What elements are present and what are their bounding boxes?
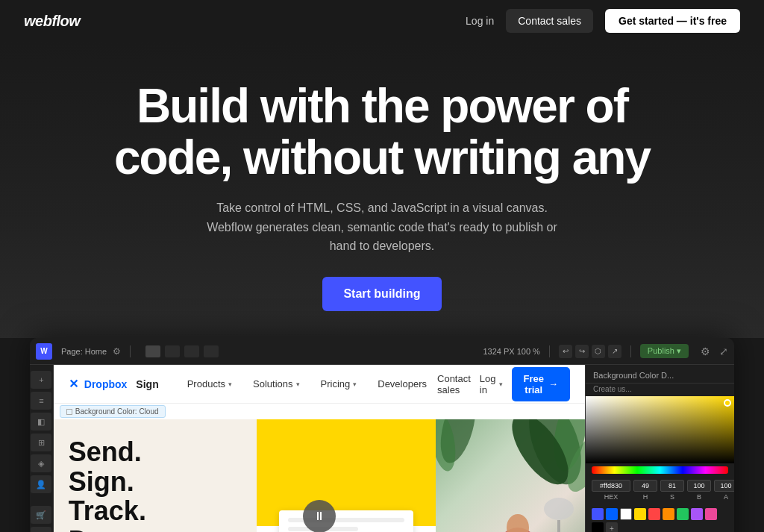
hero-section: Build with the power of code, without wr… — [0, 42, 764, 338]
form-line-2 — [288, 527, 358, 531]
color-swatches: + — [586, 504, 734, 532]
contact-sales-button[interactable]: Contact sales — [506, 9, 593, 33]
integrations-icon[interactable]: ⚙ — [31, 527, 51, 532]
color-swatch-1[interactable] — [606, 508, 618, 520]
free-trial-button[interactable]: Free trial → — [512, 367, 570, 401]
settings-icon[interactable]: ⚙ — [701, 345, 710, 357]
login-chevron: ▾ — [499, 381, 503, 388]
tablet-icon[interactable] — [165, 345, 180, 357]
inner-navbar: ✕ Dropbox Sign Products ▾ Solutions ▾ — [54, 365, 585, 404]
nav-right: Log in Contact sales Get started — it's … — [466, 9, 740, 33]
get-started-button[interactable]: Get started — it's free — [605, 9, 740, 33]
photo-background — [436, 419, 585, 532]
site-content-area: Send. Sign. Track. Done. Start your 30-d… — [54, 419, 585, 532]
site-headline: Send. Sign. Track. Done. — [69, 437, 242, 532]
s-input[interactable]: 81 — [660, 480, 684, 492]
browser-frame: W Page: Home ⚙ 1324 PX 100 % ↩ ↪ ⬡ ↗ Pub… — [30, 338, 734, 532]
dropbox-x-icon: ✕ — [69, 377, 78, 391]
inner-nav-products[interactable]: Products ▾ — [177, 365, 242, 404]
login-link[interactable]: Log in — [466, 15, 494, 27]
color-swatch-0[interactable] — [592, 508, 604, 520]
toolbar-separator3 — [630, 345, 631, 357]
redo-button[interactable]: ↪ — [575, 345, 589, 358]
color-cursor[interactable] — [724, 399, 731, 407]
wf-logo-icon: W — [36, 343, 52, 360]
h-input-group: 49 H — [633, 480, 657, 501]
hero-subtitle: Take control of HTML, CSS, and JavaScrip… — [203, 198, 561, 256]
signature-form: Kimberly Williams Submit — [279, 510, 413, 532]
ecommerce-icon[interactable]: ◈ — [31, 454, 51, 472]
color-swatch-7[interactable] — [691, 508, 703, 520]
mid-panel: Kimberly Williams Submit — [257, 419, 436, 532]
h-input[interactable]: 49 — [633, 480, 657, 492]
wf-left-panel: + ≡ ◧ ⊞ ◈ 👤 🛒 ⚙ ● ⌨ 〜 — [30, 365, 54, 532]
hex-input[interactable]: #ffd830 — [592, 480, 630, 492]
color-swatch-3[interactable] — [634, 508, 646, 520]
color-swatch-8[interactable] — [705, 508, 717, 520]
undo-redo-group: ↩ ↪ ⬡ ↗ — [559, 345, 621, 358]
inner-nav-items: Products ▾ Solutions ▾ Pricing ▾ Devel — [177, 365, 437, 404]
wf-color-sidebar: Background Color D... Create us... #ffd8… — [585, 365, 734, 532]
webflow-logo: webflow — [24, 13, 80, 30]
a-input-group: 100 A — [714, 480, 734, 501]
color-swatch-5[interactable] — [663, 508, 674, 520]
a-input[interactable]: 100 — [714, 480, 734, 492]
users-icon[interactable]: 👤 — [31, 475, 51, 493]
color-swatch-2[interactable] — [620, 508, 632, 520]
main-canvas: + ≡ ◧ ⊞ ◈ 👤 🛒 ⚙ ● ⌨ 〜 ✕ Dropbox — [30, 365, 734, 532]
dropbox-sign-logo: ✕ Dropbox Sign — [69, 377, 159, 391]
inner-nav-pricing[interactable]: Pricing ▾ — [310, 365, 368, 404]
assets-icon[interactable]: ◧ — [31, 413, 51, 431]
add-element-icon[interactable]: + — [31, 371, 51, 389]
create-label: Create us... — [586, 384, 734, 396]
page-label: Page: Home — [61, 347, 107, 356]
browser-content: + ≡ ◧ ⊞ ◈ 👤 🛒 ⚙ ● ⌨ 〜 ✕ Dropbox — [30, 365, 734, 532]
svg-point-7 — [507, 514, 529, 532]
inner-nav-developers[interactable]: Developers — [367, 365, 437, 404]
pricing-chevron: ▾ — [353, 381, 357, 388]
toolbar-separator2 — [549, 345, 550, 357]
photo-panel — [436, 419, 585, 532]
undo-button[interactable]: ↩ — [559, 345, 572, 358]
color-inputs-row: #ffd830 HEX 49 H 81 S 100 B — [586, 477, 734, 504]
inner-contact-link[interactable]: Contact sales — [437, 373, 471, 395]
desktop-icon[interactable] — [145, 345, 160, 357]
sidebar-panel-title: Background Color D... — [586, 365, 734, 384]
color-badge-bar: Background Color: Cloud — [54, 404, 585, 419]
device-icons — [145, 345, 219, 357]
hero-heading: Build with the power of code, without wr… — [84, 81, 680, 184]
phone-icon[interactable] — [204, 345, 219, 357]
cart-icon[interactable]: 🛒 — [31, 506, 51, 524]
layers-icon[interactable]: ≡ — [31, 392, 51, 410]
cms-icon[interactable]: ⊞ — [31, 434, 51, 451]
extra-tool-1[interactable]: ⬡ — [592, 345, 605, 358]
mobile-icon[interactable] — [184, 345, 199, 357]
color-badge-dot — [66, 409, 72, 415]
color-swatch-4[interactable] — [648, 508, 660, 520]
publish-button[interactable]: Publish ▾ — [640, 344, 689, 358]
color-swatch-9[interactable] — [592, 522, 604, 532]
start-building-button[interactable]: Start building — [322, 277, 441, 311]
color-picker-gradient[interactable] — [586, 396, 734, 463]
arrow-icon[interactable]: ⤢ — [719, 345, 728, 357]
form-line-1 — [288, 518, 404, 522]
b-input[interactable]: 100 — [687, 480, 711, 492]
toolbar-separator — [130, 345, 131, 357]
solutions-chevron: ▾ — [296, 381, 300, 388]
color-gradient-bg — [586, 396, 734, 463]
webflow-toolbar: W Page: Home ⚙ 1324 PX 100 % ↩ ↪ ⬡ ↗ Pub… — [30, 338, 734, 365]
site-left-panel: Send. Sign. Track. Done. Start your 30-d… — [54, 419, 257, 532]
dropbox-brand-text: Dropbox — [84, 378, 128, 390]
navbar: webflow Log in Contact sales Get started… — [0, 0, 764, 42]
page-settings-icon[interactable]: ⚙ — [113, 346, 121, 357]
plants-decoration — [436, 419, 585, 532]
canvas-size-info: 1324 PX 100 % — [483, 347, 539, 356]
inner-login-link[interactable]: Log in ▾ — [480, 373, 503, 395]
extra-tool-2[interactable]: ↗ — [608, 345, 621, 358]
hue-slider[interactable] — [592, 466, 728, 474]
inner-nav-solutions[interactable]: Solutions ▾ — [242, 365, 310, 404]
products-chevron: ▾ — [228, 381, 232, 388]
trial-arrow-icon: → — [548, 378, 558, 389]
color-swatch-6[interactable] — [677, 508, 689, 520]
color-swatch-10[interactable]: + — [606, 522, 618, 532]
